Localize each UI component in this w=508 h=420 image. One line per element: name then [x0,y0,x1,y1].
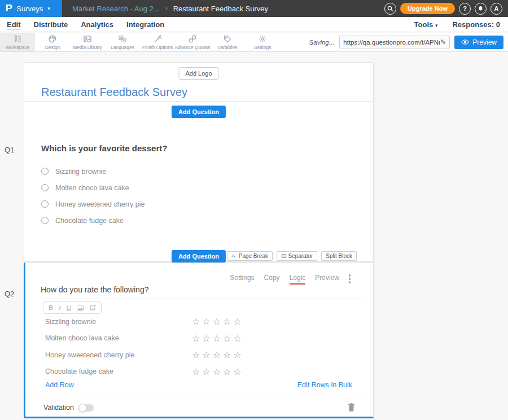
tab-distribute[interactable]: Distribute [34,20,68,29]
survey-url-field[interactable]: https://qa.questionpro.com/t/APNrFZgS ✎ [339,36,450,49]
star-icon[interactable]: ☆ [233,366,242,377]
toolbar-item-label: Media Library [73,45,102,50]
star-icon[interactable]: ☆ [233,333,242,344]
notifications-button[interactable] [475,3,487,15]
split-block-button[interactable]: Split Block [321,251,357,261]
delete-question-button[interactable] [348,403,355,414]
star-icon[interactable]: ☆ [213,316,221,327]
section-nav: Edit Distribute Analytics Integration To… [0,17,508,32]
upgrade-now-button[interactable]: Upgrade Now [400,3,455,14]
edit-rows-in-bulk-link[interactable]: Edit Rows in Bulk [297,381,352,389]
responses-count[interactable]: Responses: 0 [452,20,500,29]
toolbar-item-finish-options[interactable]: Finish Options [140,33,175,51]
star-icon[interactable]: ☆ [202,366,211,377]
search-button[interactable] [384,3,396,15]
star-icon[interactable]: ☆ [192,333,200,344]
toolbar-item-media-library[interactable]: Media Library [70,33,105,51]
radio-icon[interactable] [41,168,49,175]
star-rating: ☆☆☆☆☆ [192,333,242,344]
bold-button[interactable]: B [49,304,53,311]
q1-option-row[interactable]: Molten choco lava cake [41,180,144,196]
toolbar-item-advance-quotas[interactable]: Advance Quotas [175,33,210,51]
underline-button[interactable]: U [67,304,71,311]
toolbar-item-design[interactable]: Design [35,33,70,51]
saving-status: Saving... [309,39,335,46]
q2-question-text[interactable]: How do you rate the following? [41,285,148,294]
star-icon[interactable]: ☆ [202,316,211,327]
toolbar-item-settings[interactable]: Settings [245,33,280,51]
surveys-menu[interactable]: P Surveys ▾ [0,0,62,17]
preview-button[interactable]: Preview [454,36,503,49]
star-icon[interactable]: ☆ [213,333,221,344]
q1-option-row[interactable]: Sizzling brownie [41,163,144,180]
survey-title[interactable]: Restaurant Feedback Survey [41,86,187,99]
page-break-icon: ✁ [231,253,236,259]
star-icon[interactable]: ☆ [192,366,200,377]
tools-label: Tools [414,20,433,29]
add-question-button-bottom[interactable]: Add Question [172,250,226,262]
format-toolbar: B I U [43,301,102,314]
add-logo-button[interactable]: Add Logo [178,67,218,80]
radio-icon[interactable] [41,200,49,208]
star-icon[interactable]: ☆ [202,333,211,344]
survey-block-1: Add Logo Restaurant Feedback Survey Add … [24,62,374,261]
star-icon[interactable]: ☆ [223,316,231,327]
chevron-down-icon: ▾ [47,6,50,11]
q2-preview-link[interactable]: Preview [315,274,339,285]
toolbar-item-label: Finish Options [142,45,173,50]
add-row-link[interactable]: Add Row [45,381,74,389]
row-label[interactable]: Chocolate fudge cake [45,368,192,375]
star-icon[interactable]: ☆ [223,366,231,377]
star-icon[interactable]: ☆ [213,366,221,377]
top-bar: P Surveys ▾ Market Research - Aug 2... ›… [0,0,508,17]
q1-gutter-label: Q1 [5,146,14,154]
q1-option-row[interactable]: Honey sweetened cherry pie [41,196,144,212]
q1-question-text[interactable]: Which is your favorite dessert? [41,143,167,153]
toolbar-item-workspace[interactable]: Workspace [0,33,35,51]
help-button[interactable]: ? [459,3,471,15]
breadcrumb: Market Research - Aug 2... › Restaurant … [62,0,384,17]
separator-button[interactable]: ⊟ Separator [277,251,317,261]
insert-image-button[interactable] [77,305,84,311]
page-break-button[interactable]: ✁ Page Break [227,251,273,261]
external-link-icon [89,304,96,311]
tab-integration[interactable]: Integration [126,20,164,29]
q2-settings-link[interactable]: Settings [230,274,254,285]
radio-icon[interactable] [41,217,49,224]
toolbar-spacer [280,33,309,51]
q1-option-row[interactable]: Chocolate fudge cake [41,212,144,229]
toolbar-item-variables[interactable]: Variables [210,33,245,51]
toolbar-item-languages[interactable]: A Languages [105,33,140,51]
star-icon[interactable]: ☆ [223,333,231,344]
star-icon[interactable]: ☆ [223,349,231,360]
validation-toggle[interactable] [78,404,94,412]
toolbar-item-label: Workspace [6,45,29,50]
tools-menu[interactable]: Tools ▾ [414,20,438,29]
star-icon[interactable]: ☆ [233,349,242,360]
row-label[interactable]: Honey sweetened cherry pie [45,351,192,359]
add-question-button-top[interactable]: Add Question [172,106,226,118]
avatar[interactable]: A [491,3,502,15]
row-label[interactable]: Sizzling brownie [45,318,192,326]
rating-row: Sizzling brownie ☆☆☆☆☆ [45,313,356,330]
kebab-menu-icon[interactable] [348,273,352,285]
star-icon[interactable]: ☆ [202,349,211,360]
italic-button[interactable]: I [59,304,61,311]
q2-gutter-label: Q2 [5,290,14,298]
split-block-label: Split Block [326,253,352,259]
breadcrumb-folder[interactable]: Market Research - Aug 2... [72,5,160,13]
edit-url-icon[interactable]: ✎ [440,38,446,46]
star-icon[interactable]: ☆ [233,316,242,327]
row-label[interactable]: Molten choco lava cake [45,334,192,342]
tab-edit[interactable]: Edit [7,20,21,29]
star-icon[interactable]: ☆ [192,349,200,360]
q2-logic-link[interactable]: Logic [290,274,306,285]
svg-text:A: A [123,38,125,41]
star-icon[interactable]: ☆ [213,349,221,360]
radio-icon[interactable] [41,184,49,191]
q2-copy-link[interactable]: Copy [264,274,280,285]
external-link-button[interactable] [89,304,96,311]
star-icon[interactable]: ☆ [192,316,200,327]
translate-icon: A [118,34,127,43]
tab-analytics[interactable]: Analytics [81,20,113,29]
